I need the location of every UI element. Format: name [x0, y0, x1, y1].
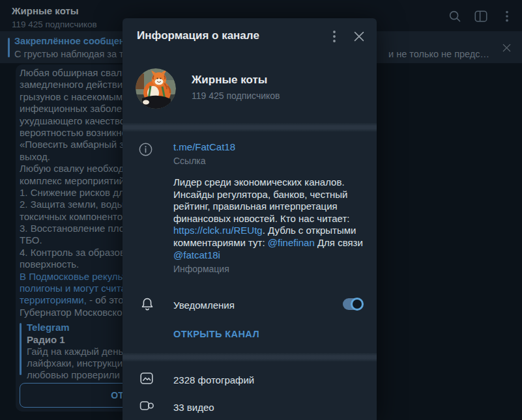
- info-icon: [138, 142, 153, 157]
- quote-source[interactable]: Telegram: [27, 322, 70, 333]
- message-text: токсичных компонентов.: [20, 211, 130, 222]
- description-line: https://clck.ru/REUtg. Дубль с открытыми: [173, 225, 369, 237]
- cat-avatar: [136, 68, 176, 109]
- channel-description: Лидер среди экономических каналов.Инсайд…: [173, 176, 369, 261]
- description-line: @fatcat18i: [173, 249, 369, 262]
- quote-line: Гайд на каждый день. Н: [27, 346, 124, 357]
- modal-close-icon[interactable]: [352, 29, 366, 44]
- section-divider: [123, 123, 377, 132]
- message-text: 3. Восстановление плодо: [20, 223, 136, 234]
- chat-subscribers: 119 425 подписчиков: [12, 20, 97, 29]
- videos-count-row[interactable]: 33 видео: [173, 402, 214, 413]
- message-text: Губернатор Московской: [20, 307, 128, 318]
- photo-icon: [139, 371, 154, 386]
- description-link[interactable]: @finefinan: [268, 237, 315, 248]
- telegram-window: Жирные коты 119 425 подписчиков Закреплё…: [0, 0, 522, 420]
- quote-accent-bar: [20, 323, 22, 375]
- description-line: комментариями тут: @finefinan Для связи: [173, 237, 369, 249]
- message-link[interactable]: В Подмосковье рекульти: [20, 271, 132, 282]
- bell-icon: [139, 296, 155, 313]
- photos-count-row[interactable]: 2328 фотографий: [173, 374, 254, 385]
- chat-title: Жирные коты: [12, 5, 79, 16]
- pinned-preview-right: и не только не предс…: [388, 49, 493, 59]
- description-line: Инсайды регулятора, банков, честный: [173, 189, 369, 201]
- message-text: вероятностью возникнов: [20, 127, 132, 138]
- modal-menu-kebab-icon[interactable]: [328, 29, 341, 44]
- modal-title: Информация о канале: [137, 29, 259, 42]
- description-text: . Дубль с открытыми: [263, 225, 356, 236]
- description-line: финансовых новостей. Кто нас читает:: [173, 213, 369, 225]
- quote-line: любовью проверили и т: [27, 369, 124, 381]
- description-text: Инсайды регулятора, банков, честный: [173, 189, 347, 200]
- section-divider: [123, 353, 377, 361]
- menu-kebab-icon[interactable]: [500, 9, 514, 23]
- message-link[interactable]: территориями,: [20, 294, 87, 305]
- toggle-knob: [351, 298, 364, 311]
- message-text: Любая обширная свалка: [20, 67, 132, 78]
- message-text: выход.: [20, 151, 50, 162]
- quote-line: лайфхаки, инструкции.: [27, 357, 124, 369]
- channel-avatar[interactable]: [136, 68, 176, 109]
- description-text: финансовых новостей. Кто нас читает:: [173, 213, 349, 224]
- message-text: Любую свалку необходим: [20, 163, 136, 174]
- channel-subscribers: 119 425 подписчиков: [192, 91, 280, 101]
- notifications-toggle[interactable]: [343, 298, 362, 310]
- description-link[interactable]: @fatcat18i: [173, 249, 220, 260]
- quote-title: Радио 1: [27, 334, 65, 345]
- pinned-label: Закреплённое сообщение: [14, 36, 136, 46]
- message-text: 1. Снижение рисков для ч: [20, 187, 138, 198]
- description-text: Для связи: [315, 237, 363, 248]
- search-icon[interactable]: [448, 9, 462, 23]
- channel-link[interactable]: t.me/FatCat18: [173, 141, 235, 152]
- message-text: поверхность.: [20, 259, 79, 270]
- pinned-accent-bar: [8, 38, 10, 57]
- message-text: ТБО.: [20, 234, 42, 245]
- channel-name: Жирные коты: [192, 74, 267, 87]
- description-label: Информация: [173, 264, 229, 274]
- description-text: комментариями тут:: [173, 237, 268, 248]
- description-link[interactable]: https://clck.ru/REUtg: [173, 225, 263, 236]
- description-line: Лидер среди экономических каналов.: [173, 176, 369, 189]
- channel-info-modal: Информация о канале: [123, 18, 377, 420]
- description-text: рейтинг, правильная интерпретация: [173, 201, 338, 212]
- message-link[interactable]: полигоны и могут считат: [20, 283, 130, 294]
- video-icon: [139, 398, 154, 413]
- message-text: комплекс мероприятий и: [20, 175, 132, 186]
- description-line: рейтинг, правильная интерпретация: [173, 201, 369, 213]
- sidebar-toggle-icon[interactable]: [474, 9, 488, 23]
- pinned-close-icon[interactable]: [500, 42, 513, 54]
- message-text: инфекционных заболева: [20, 103, 132, 114]
- notifications-label: Уведомления: [173, 300, 235, 311]
- description-text: Лидер среди экономических каналов.: [173, 176, 345, 188]
- message-text: «Повесить амбарный зам: [20, 139, 136, 150]
- pinned-preview-left: С грустью наблюдая за тем: [14, 49, 136, 59]
- message-text: 2. Защита земли, воды и: [20, 199, 132, 210]
- message-text: 4. Контроль за образова: [20, 247, 130, 258]
- quote-text: Гайд на каждый день. Нлайфхаки, инструкц…: [27, 346, 124, 382]
- channel-link-label: Ссылка: [173, 156, 206, 166]
- message-text: ухудшающего качество в: [20, 115, 133, 126]
- message-text: грызунов с насекомыми: [20, 91, 128, 102]
- message-text: замедленного действия»,: [20, 79, 136, 90]
- open-channel-button[interactable]: ОТКРЫТЬ КАНАЛ: [173, 329, 259, 339]
